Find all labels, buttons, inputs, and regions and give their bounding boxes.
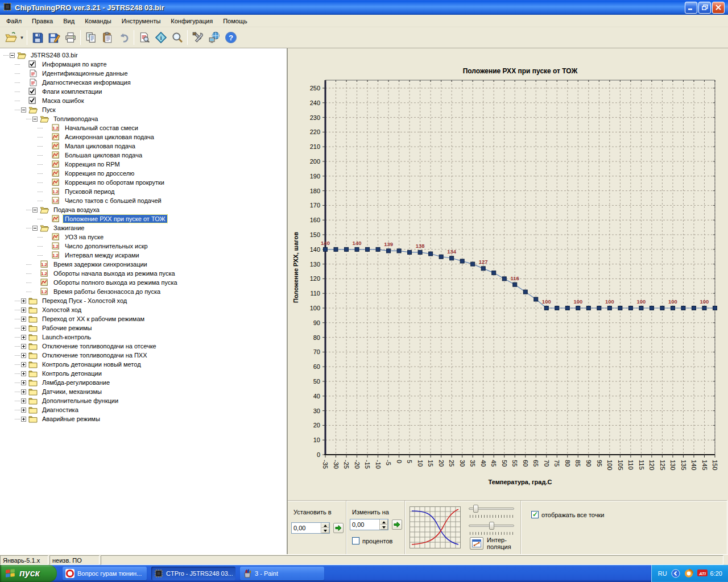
- taskbar-task[interactable]: CTPro - J5TRS248 03...: [151, 567, 235, 580]
- tree-item[interactable]: 1.2Время работы бензонасоса до пуска: [0, 287, 287, 296]
- tree-item[interactable]: Пуск: [0, 105, 287, 114]
- tree-item[interactable]: Положение РХХ при пуске от ТОЖ: [0, 214, 287, 223]
- tree-expand-plus[interactable]: [21, 389, 26, 394]
- menu-файл[interactable]: Файл: [1, 16, 27, 26]
- search-button[interactable]: [169, 30, 185, 46]
- data-point[interactable]: [502, 277, 506, 281]
- taskbar-task[interactable]: Вопрос гурам тюнин...: [63, 567, 147, 580]
- tree-expand-plus[interactable]: [21, 380, 26, 385]
- tree-item-label[interactable]: Лямбда-регулирование: [40, 379, 111, 386]
- tree-item-label[interactable]: Асинхронная цикловая подача: [63, 133, 156, 141]
- tree-item-label[interactable]: Положение РХХ при пуске от ТОЖ: [63, 215, 167, 223]
- tree-expand-minus[interactable]: [21, 107, 26, 113]
- tree-item-label[interactable]: Холостой ход: [40, 306, 83, 314]
- tree-item-label[interactable]: Отключение топливоподачи на отсечке: [40, 342, 158, 350]
- tree-item[interactable]: Малая цикловая подача: [0, 142, 287, 151]
- tree-item[interactable]: 1.2Обороты начала выхода из режима пуска: [0, 269, 287, 278]
- tree-item[interactable]: Отключение топливоподачи на ПХХ: [0, 351, 287, 360]
- minimize-button[interactable]: [685, 2, 697, 14]
- tree-expand-plus[interactable]: [21, 344, 26, 349]
- data-point[interactable]: [429, 252, 433, 256]
- tree-item-label[interactable]: Пусковой период: [63, 188, 117, 196]
- tree-item[interactable]: Диагностическая информация: [0, 78, 287, 87]
- set-value-spin-buttons[interactable]: [321, 523, 329, 533]
- data-point[interactable]: [660, 306, 664, 310]
- data-point[interactable]: [324, 247, 328, 251]
- tree-item-label[interactable]: Диагностическая информация: [40, 78, 133, 86]
- ati-tray-icon[interactable]: ATI: [697, 569, 706, 578]
- tree-expand-plus[interactable]: [21, 335, 26, 340]
- function-preview-icon[interactable]: [410, 506, 461, 550]
- tree-item-label[interactable]: J5TRS248 03.bir: [29, 51, 80, 59]
- tree-item[interactable]: Переход от ХХ к рабочим режимам: [0, 314, 287, 323]
- open-dropdown-arrow[interactable]: ▼: [19, 30, 25, 46]
- data-point[interactable]: [355, 247, 359, 251]
- tree-item-label[interactable]: Подача воздуха: [52, 206, 101, 214]
- tree-item-label[interactable]: Обороты начала выхода из режима пуска: [52, 269, 177, 277]
- tree-item-label[interactable]: Зажигание: [52, 224, 86, 232]
- data-point[interactable]: [671, 306, 675, 310]
- tree-item-label[interactable]: Число тактов с большей подачей: [63, 197, 163, 205]
- tree-item[interactable]: УОЗ на пуске: [0, 232, 287, 242]
- tree-item-label[interactable]: Малая цикловая подача: [63, 142, 137, 150]
- tree-expand-plus[interactable]: [21, 417, 26, 422]
- tree-item[interactable]: Датчики, механизмы: [0, 387, 287, 396]
- tree-item-label[interactable]: Маска ошибок: [40, 97, 85, 105]
- tree-item[interactable]: Асинхронная цикловая подача: [0, 132, 287, 142]
- change-by-spin-buttons[interactable]: [379, 519, 388, 530]
- data-point[interactable]: [460, 259, 464, 263]
- data-point[interactable]: [397, 249, 401, 253]
- data-point[interactable]: [471, 262, 475, 266]
- tree-item-label[interactable]: Идентификационные данные: [40, 69, 130, 77]
- data-point[interactable]: [376, 247, 380, 251]
- close-button[interactable]: [712, 2, 725, 14]
- menu-правка[interactable]: Правка: [27, 16, 58, 26]
- tree-expand-plus[interactable]: [21, 353, 26, 358]
- tree-item-label[interactable]: Флаги комплектации: [40, 88, 104, 95]
- tree-item[interactable]: Холостой ход: [0, 305, 287, 314]
- clock[interactable]: 6:20: [710, 570, 722, 577]
- data-point[interactable]: [334, 247, 338, 251]
- tree-item[interactable]: Отключение топливоподачи на отсечке: [0, 342, 287, 351]
- print-button[interactable]: [62, 30, 78, 46]
- tree-item-label[interactable]: Время задержки синхронизации: [52, 260, 149, 268]
- tree-expand-plus[interactable]: [21, 398, 26, 404]
- start-button[interactable]: пуск: [0, 565, 57, 582]
- interpolation-button[interactable]: [470, 537, 483, 550]
- data-point[interactable]: [681, 306, 685, 310]
- tree-item[interactable]: 1.2Число дополнительных искр: [0, 242, 287, 251]
- data-point[interactable]: [618, 306, 622, 310]
- data-point[interactable]: [692, 306, 696, 310]
- percent-checkbox-box[interactable]: [352, 537, 359, 544]
- data-point[interactable]: [513, 282, 517, 286]
- tree-item[interactable]: Дополнительные функции: [0, 396, 287, 405]
- tree-item[interactable]: Информация по карте: [0, 60, 287, 69]
- tree-item[interactable]: Диагностика: [0, 405, 287, 414]
- change-by-spinner[interactable]: 0,00: [350, 519, 388, 530]
- menu-вид[interactable]: Вид: [58, 16, 80, 26]
- menu-помощь[interactable]: Помощь: [218, 16, 253, 26]
- tree-item-label[interactable]: Интервал между искрами: [63, 251, 141, 259]
- tree-item[interactable]: Коррекция по оборотам прокрутки: [0, 178, 287, 187]
- tree-item-label[interactable]: Диагностика: [40, 406, 80, 414]
- hide-icons-chevron-icon[interactable]: [671, 569, 680, 578]
- set-value-input[interactable]: 0,00: [292, 523, 321, 533]
- data-point[interactable]: [597, 306, 601, 310]
- menu-конфигурация[interactable]: Конфигурация: [166, 16, 218, 26]
- language-indicator[interactable]: RU: [658, 570, 667, 577]
- tree-item[interactable]: 1.2Начальный состав смеси: [0, 123, 287, 132]
- tree-item-label[interactable]: Launch-контроль: [40, 333, 93, 341]
- data-point[interactable]: [628, 306, 632, 310]
- tree-item[interactable]: Обороты полного выхода из режима пуска: [0, 278, 287, 287]
- tree-item-label[interactable]: Дополнительные функции: [40, 397, 120, 405]
- tree-item-label[interactable]: Контроль детонации: [40, 369, 104, 377]
- tree-expand-minus[interactable]: [32, 117, 38, 122]
- data-point[interactable]: [639, 306, 643, 310]
- tree-expand-plus[interactable]: [21, 298, 26, 304]
- preview-button[interactable]: [136, 30, 152, 46]
- save-button[interactable]: [29, 30, 46, 46]
- data-point[interactable]: [565, 306, 569, 310]
- tree-item[interactable]: Топливоподача: [0, 114, 287, 123]
- tree-item[interactable]: 1.2Интервал между искрами: [0, 251, 287, 260]
- change-by-input[interactable]: 0,00: [350, 519, 379, 530]
